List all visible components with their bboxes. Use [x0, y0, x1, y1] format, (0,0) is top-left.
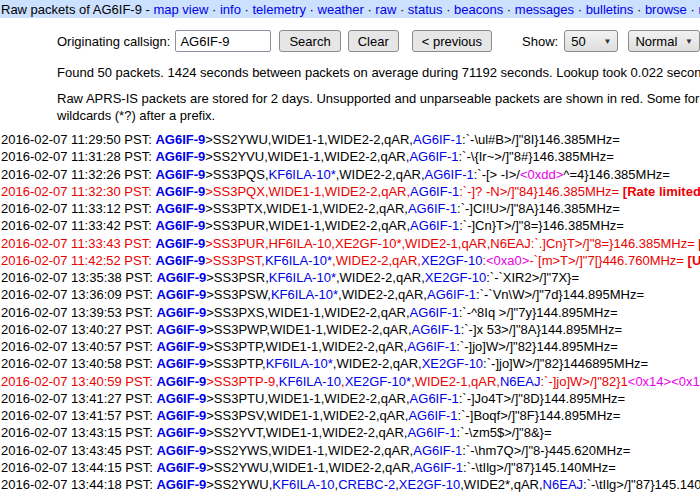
station-callsign-link[interactable]: AG6IF-9: [156, 391, 206, 406]
packet-text: >SS3PTP-9,: [206, 374, 279, 389]
previous-button[interactable]: < previous: [412, 30, 492, 52]
callsign-link[interactable]: AG6IF-1: [414, 460, 463, 475]
packet-line: 2016-02-07 13:41:27 PST: AG6IF-9>SS3PTU,…: [1, 390, 700, 407]
station-callsign-link[interactable]: AG6IF-9: [155, 184, 205, 199]
callsign-link[interactable]: CREBC-2: [338, 477, 395, 492]
callsign-link[interactable]: AG6IF-1: [407, 425, 456, 440]
callsign-link[interactable]: AG6IF-1: [409, 149, 458, 164]
error-note: [Unsupported packet format]: [688, 253, 700, 268]
callsign-link[interactable]: XE2GF-10: [421, 253, 482, 268]
mode-select[interactable]: Normal ▼: [628, 30, 700, 52]
show-select-value: 50: [571, 34, 585, 49]
station-callsign-link[interactable]: AG6IF-9: [156, 322, 206, 337]
chevron-down-icon: ▼: [603, 37, 611, 46]
summary-text: Found 50 packets. 1424 seconds between p…: [57, 65, 700, 80]
callsign-link[interactable]: AG6IF-1: [413, 132, 462, 147]
packet-text: >SS2YVT,WIDE1-1,WIDE2-2,qAR,: [206, 425, 407, 440]
station-callsign-link[interactable]: AG6IF-9: [156, 425, 206, 440]
topbar-link-bulletins[interactable]: bulletins: [586, 2, 634, 17]
packet-text: 2016-02-07 11:32:30 PST:: [1, 184, 155, 199]
packet-text: :`-\hm7Q>/]"8-}445.620MHz=: [462, 443, 630, 458]
show-label: Show:: [522, 34, 558, 49]
callsign-link[interactable]: AG6IF-1: [407, 339, 456, 354]
packet-text: 2016-02-07 11:32:26 PST:: [1, 167, 155, 182]
packet-text: 2016-02-07 13:40:57 PST:: [1, 339, 156, 354]
callsign-link[interactable]: AG6IF-1: [412, 322, 461, 337]
callsign-link[interactable]: AG6IF-1: [413, 443, 462, 458]
topbar: Raw packets of AG6IF-9 - map view · info…: [0, 0, 700, 18]
station-callsign-link[interactable]: AG6IF-9: [156, 408, 206, 423]
topbar-link-browse[interactable]: browse: [645, 2, 687, 17]
station-callsign-link[interactable]: AG6IF-9: [156, 305, 206, 320]
callsign-link[interactable]: AG6IF-1: [427, 287, 476, 302]
station-callsign-link[interactable]: AG6IF-9: [156, 287, 206, 302]
station-callsign-link[interactable]: AG6IF-9: [156, 339, 206, 354]
callsign-link[interactable]: XE2GF-10*: [345, 374, 411, 389]
callsign-link[interactable]: AG6IF-1: [410, 391, 459, 406]
topbar-link-status[interactable]: status: [408, 2, 443, 17]
show-select[interactable]: 50 ▼: [564, 30, 618, 52]
topbar-link-info[interactable]: info: [220, 2, 241, 17]
packet-line: 2016-02-07 13:44:15 PST: AG6IF-9>SS2YWU,…: [1, 459, 700, 476]
info-text: Raw APRS-IS packets are stored for 2 day…: [57, 90, 700, 124]
station-callsign-link[interactable]: AG6IF-9: [155, 253, 205, 268]
packet-line: 2016-02-07 13:35:38 PST: AG6IF-9>SS3PSR,…: [1, 269, 700, 286]
callsign-link[interactable]: KF6ILA-10*: [269, 167, 336, 182]
packet-text: :`-]Cn}T>/]"8=}146.385MHz=: [459, 218, 624, 233]
callsign-link[interactable]: KF6ILA-10: [272, 477, 334, 492]
callsign-link[interactable]: AG6IF-1: [410, 305, 459, 320]
callsign-link[interactable]: XE2GF-10: [422, 356, 483, 371]
callsign-link[interactable]: KF6ILA-10: [279, 374, 341, 389]
packet-line: 2016-02-07 13:44:18 PST: AG6IF-9>SS2YWU,…: [1, 476, 700, 493]
topbar-link-raw[interactable]: raw: [375, 2, 396, 17]
packet-text: :`-]CI!U>/]"8A}146.385MHz=: [457, 201, 620, 216]
station-callsign-link[interactable]: AG6IF-9: [156, 374, 206, 389]
topbar-link-messages[interactable]: messages: [515, 2, 574, 17]
topbar-link-map-view[interactable]: map view: [153, 2, 208, 17]
packet-line: 2016-02-07 11:33:43 PST: AG6IF-9>SS3PUR,…: [1, 235, 700, 252]
callsign-link[interactable]: AG6IF-1: [408, 201, 457, 216]
station-callsign-link[interactable]: AG6IF-9: [155, 218, 205, 233]
station-callsign-link[interactable]: AG6IF-9: [155, 201, 205, 216]
packet-text: 2016-02-07 13:43:15 PST:: [1, 425, 156, 440]
topbar-link-beacons[interactable]: beacons: [454, 2, 503, 17]
station-callsign-link[interactable]: AG6IF-9: [156, 460, 206, 475]
page-title: Raw packets of AG6IF-9: [1, 2, 142, 17]
station-callsign-link[interactable]: AG6IF-9: [156, 270, 206, 285]
packet-text: :`-\zm5$>/]"8&}=: [457, 425, 552, 440]
packet-text: 2016-02-07 13:40:58 PST:: [1, 356, 156, 371]
station-callsign-link[interactable]: AG6IF-9: [155, 149, 205, 164]
callsign-link[interactable]: XE2GF-10: [399, 477, 460, 492]
info-line-2: wildcards (*?) after a prefix.: [57, 107, 700, 124]
station-callsign-link[interactable]: AG6IF-9: [156, 477, 206, 492]
station-callsign-link[interactable]: AG6IF-9: [155, 236, 205, 251]
topbar-link-weather[interactable]: weather: [318, 2, 364, 17]
packet-line: 2016-02-07 11:29:50 PST: AG6IF-9>SS2YWU,…: [1, 131, 700, 148]
callsign-link[interactable]: XE2GF-10: [425, 270, 486, 285]
packet-line: 2016-02-07 11:32:30 PST: AG6IF-9>SS3PQX,…: [1, 183, 700, 200]
station-callsign-link[interactable]: AG6IF-9: [156, 356, 206, 371]
chevron-down-icon: ▼: [685, 37, 693, 46]
clear-button[interactable]: Clear: [348, 30, 399, 52]
callsign-link[interactable]: N6EAJ: [543, 477, 583, 492]
station-callsign-link[interactable]: AG6IF-9: [156, 443, 206, 458]
callsign-link[interactable]: KF6ILA-10*: [266, 356, 333, 371]
callsign-link[interactable]: AG6IF-1: [410, 184, 459, 199]
packet-text: >SS2YVU,WIDE1-1,WIDE2-2,qAR,: [205, 149, 409, 164]
callsign-link[interactable]: KF6ILA-10*: [271, 287, 338, 302]
callsign-link[interactable]: N6EAJ: [500, 374, 540, 389]
packet-text: ,WIDE2-1,qAR,: [411, 374, 500, 389]
station-callsign-link[interactable]: AG6IF-9: [155, 167, 205, 182]
callsign-input[interactable]: [175, 30, 271, 52]
packet-text: 2016-02-07 13:44:18 PST:: [1, 477, 156, 492]
search-button[interactable]: Search: [279, 30, 340, 52]
callsign-link[interactable]: KF6ILA-10*: [265, 253, 332, 268]
packet-text: >SS3PUR,WIDE1-1,WIDE2-2,qAR,: [205, 218, 410, 233]
callsign-link[interactable]: KF6ILA-10*: [269, 270, 336, 285]
callsign-link[interactable]: AG6IF-1: [408, 408, 457, 423]
callsign-link[interactable]: AG6IF-1: [425, 167, 474, 182]
station-callsign-link[interactable]: AG6IF-9: [155, 132, 205, 147]
callsign-link[interactable]: AG6IF-1: [410, 218, 459, 233]
topbar-link-telemetry[interactable]: telemetry: [252, 2, 305, 17]
packet-text: :`-]Jo4T>/]"8D}144.895MHz=: [459, 391, 625, 406]
